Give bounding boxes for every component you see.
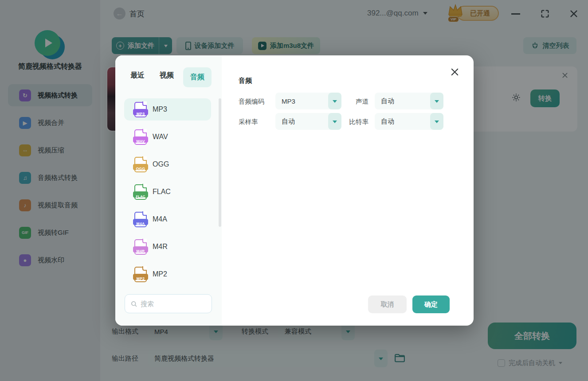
format-name: OGG xyxy=(153,160,169,168)
ok-button[interactable]: 确定 xyxy=(412,295,450,313)
flac-file-icon: FLAC xyxy=(134,184,147,200)
samplerate-value: 自动 xyxy=(275,113,328,130)
format-name: FLAC xyxy=(153,188,171,196)
format-item-mp2[interactable]: MP2 MP2 xyxy=(124,263,211,285)
encoder-label: 音频编码 xyxy=(239,97,264,106)
format-settings-dialog: 最近 视频 音频 MP3 MP3 WAV WAV OGG OGG FLAC FL… xyxy=(115,55,474,326)
search-input[interactable] xyxy=(141,300,203,307)
format-name: MP3 xyxy=(153,105,167,113)
mp3-file-icon: MP3 xyxy=(134,102,147,117)
chevron-down-icon xyxy=(430,113,443,130)
panel-title: 音频 xyxy=(239,77,252,85)
format-item-wav[interactable]: WAV WAV xyxy=(124,126,211,148)
chevron-down-icon xyxy=(328,113,341,130)
format-item-m4r[interactable]: M4R M4R xyxy=(124,236,211,258)
ogg-file-icon: OGG xyxy=(134,157,147,172)
chevron-down-icon xyxy=(430,93,443,109)
cancel-button[interactable]: 取消 xyxy=(368,295,407,313)
tab-recent[interactable]: 最近 xyxy=(130,71,145,80)
channel-value: 自动 xyxy=(375,93,430,109)
channel-select[interactable]: 自动 xyxy=(375,93,443,109)
scrollbar[interactable] xyxy=(219,98,221,227)
tab-video[interactable]: 视频 xyxy=(160,71,174,80)
format-name: M4R xyxy=(153,243,168,251)
format-tabs: 最近 视频 音频 xyxy=(115,67,222,88)
format-item-flac[interactable]: FLAC FLAC xyxy=(124,181,211,203)
encoder-value: MP3 xyxy=(275,93,328,109)
channel-label: 声道 xyxy=(348,97,368,106)
format-list-panel: 最近 视频 音频 MP3 MP3 WAV WAV OGG OGG FLAC FL… xyxy=(115,55,222,326)
wav-file-icon: WAV xyxy=(134,129,147,145)
close-dialog-button[interactable] xyxy=(447,64,462,79)
format-item-m4a[interactable]: M4A M4A xyxy=(124,208,211,230)
mp2-file-icon: MP2 xyxy=(134,267,147,282)
format-name: M4A xyxy=(153,215,167,223)
bitrate-label: 比特率 xyxy=(348,118,368,126)
app-window: 简鹿视频格式转换器 ↻ 视频格式转换 ▶ 视频合并 ⇔ 视频压缩 ♫ 音频格式转… xyxy=(0,0,588,381)
samplerate-select[interactable]: 自动 xyxy=(275,113,341,130)
search-icon xyxy=(130,300,137,307)
format-name: MP2 xyxy=(153,270,167,278)
encoder-select[interactable]: MP3 xyxy=(275,93,341,109)
m4r-file-icon: M4R xyxy=(134,239,147,255)
samplerate-label: 采样率 xyxy=(239,118,258,126)
bitrate-value: 自动 xyxy=(375,113,430,130)
format-name: WAV xyxy=(153,133,168,141)
search-box xyxy=(125,294,212,313)
tab-audio[interactable]: 音频 xyxy=(183,67,212,87)
format-item-ogg[interactable]: OGG OGG xyxy=(124,153,211,175)
chevron-down-icon xyxy=(328,93,341,109)
close-icon xyxy=(450,67,460,77)
bitrate-select[interactable]: 自动 xyxy=(375,113,443,130)
m4a-file-icon: M4A xyxy=(134,212,147,227)
format-item-mp3[interactable]: MP3 MP3 xyxy=(124,98,211,121)
